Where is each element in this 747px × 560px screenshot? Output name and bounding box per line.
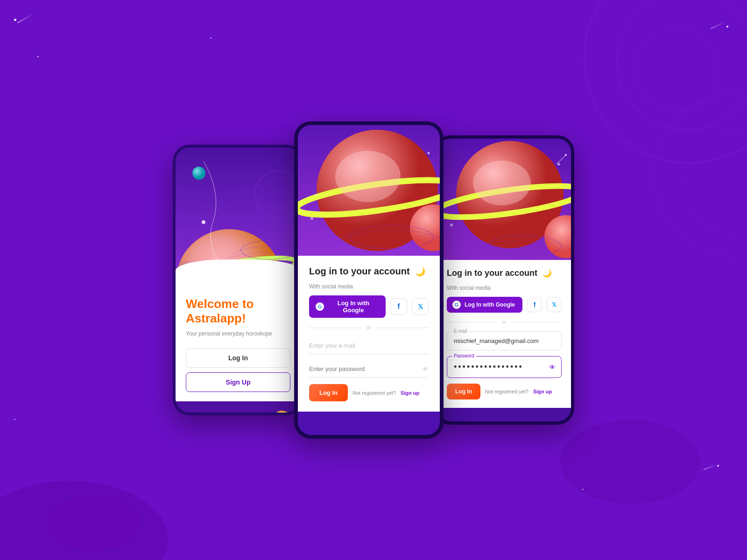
svg-point-12 [335, 151, 401, 202]
phone-login-filled: Log in to your account 🌙 With social med… [434, 135, 574, 425]
phone1-bottom-area [176, 401, 301, 415]
phone2-bottom-row: Log In Not registered yet? Sign up [309, 384, 429, 401]
phone3-email-group: E-mail [447, 331, 562, 350]
phone3-social-label: With social media [447, 285, 562, 291]
phone2-title: Log in to your account 🌙 [309, 266, 429, 277]
svg-point-2 [192, 167, 205, 180]
svg-line-30 [557, 155, 566, 164]
svg-point-22 [473, 161, 531, 205]
star-trail-4 [704, 464, 717, 470]
phone3-signup-link[interactable]: Sign up [533, 389, 552, 394]
phone2-google-button[interactable]: G Log In with Google [309, 295, 386, 318]
eye-icon-phone3[interactable]: 👁 [549, 364, 556, 371]
phone-login-empty: Log in to your account 🌙 With social med… [294, 121, 444, 439]
phone3-password-label: Password [452, 353, 476, 358]
google-icon: G [316, 302, 324, 311]
phone1-card-top-curve [176, 259, 301, 287]
phone2-social-label: With social media [309, 283, 429, 290]
eye-icon-phone2[interactable]: 👁 [422, 365, 429, 373]
phone3-planet-svg [437, 139, 571, 260]
bg-circle-1 [584, 0, 747, 163]
phones-container: Welcome to Astralapp! Your personal ever… [173, 121, 574, 439]
phone3-form: Log in to your account 🌙 With social med… [437, 260, 571, 408]
phone2-not-registered: Not registered yet? [352, 390, 396, 396]
phone2-form: Log in to your account 🌙 With social med… [298, 256, 440, 412]
star-dot-6 [14, 419, 15, 420]
star-dot-7 [582, 489, 584, 490]
phone2-password-input[interactable] [309, 361, 429, 378]
svg-point-1 [262, 178, 295, 210]
phone2-password-group: 👁 [309, 361, 429, 378]
phone3-social-row: G Log In with Google f 𝕏 [447, 297, 562, 313]
phone3-illustration [437, 139, 571, 260]
welcome-subtitle: Your personal everyday horoskope [186, 330, 290, 337]
star-dot-3 [37, 56, 39, 57]
star-trail-2 [711, 21, 726, 29]
phone3-title: Log in to your account 🌙 [447, 268, 562, 278]
welcome-title: Welcome to Astralapp! [186, 297, 290, 326]
star-dot-4 [717, 465, 719, 467]
phone3-bottom-row: Log In Not registered yet? Sign up [447, 384, 562, 399]
phone2-twitter-button[interactable]: 𝕏 [412, 298, 429, 315]
phone3-google-button[interactable]: G Log In with Google [447, 297, 522, 313]
star-dot-1 [14, 19, 16, 21]
phone3-login-button[interactable]: Log In [447, 384, 480, 399]
bg-ring-right2 [682, 131, 747, 233]
svg-point-27 [450, 224, 453, 226]
phone2-social-row: G Log In with Google f 𝕏 [309, 295, 429, 318]
phone2-planet-svg [298, 125, 440, 256]
login-button[interactable]: Log In [186, 348, 290, 368]
google-icon-phone3: G [452, 301, 461, 309]
svg-point-28 [558, 163, 560, 166]
phone3-twitter-button[interactable]: 𝕏 [547, 297, 562, 312]
phone3-email-input[interactable] [454, 336, 555, 345]
svg-point-18 [316, 194, 317, 196]
svg-point-17 [310, 217, 313, 220]
phone2-facebook-button[interactable]: f [390, 298, 407, 315]
phone3-facebook-button[interactable]: f [527, 297, 542, 312]
phone3-not-registered: Not registered yet? [485, 389, 529, 394]
bg-blob-left [0, 481, 168, 560]
phone-welcome: Welcome to Astralapp! Your personal ever… [173, 145, 303, 415]
phone2-email-input[interactable] [309, 337, 429, 354]
phone3-password-input[interactable] [454, 361, 555, 373]
bg-blob-left2 [47, 495, 140, 551]
svg-point-19 [428, 152, 430, 154]
bg-ring-right [654, 93, 747, 257]
bg-blob-right [560, 420, 700, 504]
phone2-email-group [309, 337, 429, 354]
star-dot-5 [210, 37, 211, 39]
bg-circle-2 [616, 0, 747, 131]
svg-point-6 [202, 220, 205, 224]
star-dot-2 [726, 26, 728, 28]
phone2-or-divider: or [309, 324, 429, 331]
star-trail-1 [17, 13, 34, 23]
phone3-email-label: E-mail [452, 329, 469, 334]
phone2-illustration [298, 125, 440, 256]
signup-button[interactable]: Sign Up [186, 372, 290, 392]
phone2-login-button[interactable]: Log In [309, 384, 348, 401]
bg-circle-3 [635, 28, 719, 112]
phone3-or-divider: or [447, 319, 562, 325]
phone2-signup-link[interactable]: Sign up [401, 390, 419, 396]
phone1-card: Welcome to Astralapp! Your personal ever… [176, 287, 301, 401]
phone3-password-group: Password 👁 [447, 356, 562, 378]
